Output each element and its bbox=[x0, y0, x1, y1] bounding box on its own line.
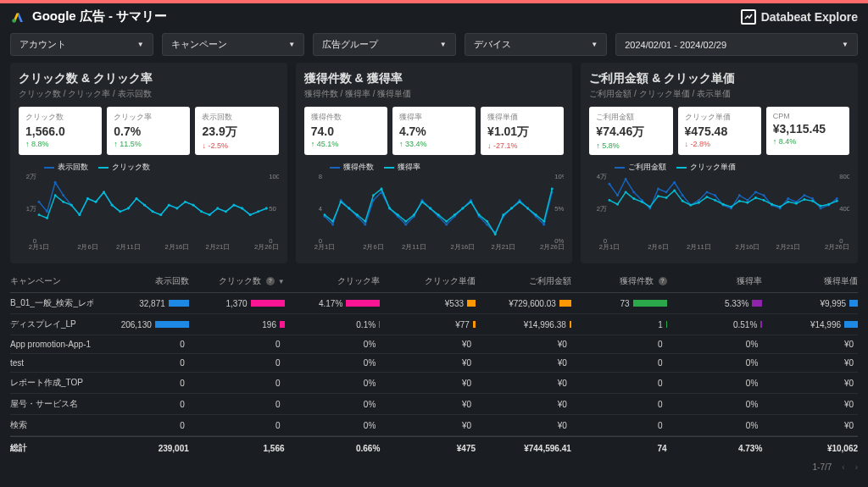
brand-icon bbox=[741, 9, 756, 25]
table-row[interactable]: App promotion-App-1000%¥0¥000%¥0 bbox=[10, 335, 858, 354]
svg-point-128 bbox=[453, 213, 456, 216]
svg-text:8: 8 bbox=[318, 173, 321, 180]
table-cell: 0 bbox=[93, 358, 189, 368]
svg-point-131 bbox=[477, 213, 480, 216]
card-change: ↓ -2.5% bbox=[202, 141, 271, 150]
svg-text:2月11日: 2月11日 bbox=[402, 243, 426, 251]
table-cell: 0% bbox=[285, 421, 381, 430]
prev-page-icon[interactable]: ‹ bbox=[842, 462, 844, 472]
table-footer-cell: 0.66% bbox=[285, 442, 381, 454]
table-cell: 0.1% bbox=[285, 320, 381, 329]
table-header-cell[interactable]: 表示回数 bbox=[93, 275, 189, 287]
table-header-cell[interactable]: クリック率 bbox=[285, 275, 381, 287]
svg-point-125 bbox=[429, 208, 431, 210]
card-label: 表示回数 bbox=[202, 112, 271, 123]
table-cell: ¥0 bbox=[476, 340, 571, 349]
filter-device[interactable]: デバイス▼ bbox=[465, 33, 608, 56]
table-cell: 検索 bbox=[10, 419, 93, 431]
table-cell: ¥14,996.38 bbox=[476, 320, 571, 329]
table-cell: 0 bbox=[189, 340, 285, 349]
svg-text:5%: 5% bbox=[554, 205, 564, 213]
svg-text:2月6日: 2月6日 bbox=[648, 243, 670, 251]
filter-campaign[interactable]: キャンペーン▼ bbox=[162, 33, 305, 56]
metric-card: 獲得単価 ¥1.01万 ↓ -27.1% bbox=[481, 107, 564, 155]
table-footer-cell: ¥475 bbox=[380, 442, 476, 454]
svg-point-204 bbox=[787, 201, 790, 203]
card-change: ↑ 33.4% bbox=[399, 140, 469, 148]
svg-point-202 bbox=[771, 203, 774, 206]
table-header-cell[interactable]: ご利用金額 bbox=[476, 275, 571, 287]
metric-card: クリック率 0.7% ↑ 11.5% bbox=[107, 107, 190, 155]
svg-point-169 bbox=[738, 194, 741, 196]
svg-point-62 bbox=[200, 210, 203, 213]
table-header-cell[interactable]: クリック数 ? ▼ bbox=[189, 275, 285, 287]
google-ads-icon bbox=[10, 9, 25, 25]
table-footer-cell: 239,001 bbox=[93, 442, 189, 454]
svg-text:2月21日: 2月21日 bbox=[491, 243, 515, 251]
table-cell: 0 bbox=[571, 358, 667, 368]
table-cell: 0% bbox=[667, 358, 763, 368]
svg-point-135 bbox=[510, 208, 513, 210]
svg-point-153 bbox=[609, 183, 611, 185]
svg-point-192 bbox=[690, 204, 693, 207]
filter-adgroup[interactable]: 広告グループ▼ bbox=[313, 33, 456, 56]
table-cell: 0 bbox=[189, 358, 285, 368]
table-cell: 0 bbox=[93, 421, 189, 430]
table-cell: 0% bbox=[285, 400, 381, 409]
table-header-cell[interactable]: 獲得単価 bbox=[762, 275, 858, 287]
svg-point-193 bbox=[698, 202, 700, 204]
filter-account[interactable]: アカウント▼ bbox=[10, 33, 153, 56]
header: Google 広告 - サマリー Databeat Explore bbox=[0, 3, 868, 30]
svg-point-116 bbox=[356, 213, 359, 216]
card-value: 23.9万 bbox=[202, 125, 271, 140]
cards: ご利用金額 ¥74.46万 ↑ 5.8% クリック単価 ¥475.48 ↓ -2… bbox=[589, 107, 849, 155]
table-footer-cell: 1,566 bbox=[189, 442, 285, 454]
table-row[interactable]: ディスプレイ_LP206,1301960.1%¥77¥14,996.3810.5… bbox=[10, 314, 858, 335]
metric-card: 表示回数 23.9万 ↓ -2.5% bbox=[195, 107, 278, 155]
svg-text:2月26日: 2月26日 bbox=[825, 243, 849, 251]
next-page-icon[interactable]: › bbox=[855, 462, 858, 472]
filter-daterange[interactable]: 2024/02/01 - 2024/02/29▼ bbox=[615, 33, 858, 56]
svg-point-189 bbox=[665, 196, 668, 199]
table-cell: 0 bbox=[571, 340, 667, 349]
table-header-cell[interactable]: 獲得件数 ? bbox=[571, 275, 667, 287]
table-header-cell[interactable]: クリック単価 bbox=[380, 275, 476, 287]
svg-point-134 bbox=[502, 213, 504, 216]
table-header: キャンペーン表示回数クリック数 ? ▼クリック率クリック単価ご利用金額獲得件数 … bbox=[10, 270, 858, 293]
svg-point-49 bbox=[95, 201, 97, 203]
table-cell: ¥0 bbox=[762, 340, 858, 349]
svg-text:2月1日: 2月1日 bbox=[599, 243, 620, 251]
panel: ご利用金額 & クリック単価 ご利用金額 / クリック単価 / 表示単価 ご利用… bbox=[581, 63, 858, 263]
svg-point-70 bbox=[265, 208, 268, 210]
table-cell: 0.51% bbox=[667, 320, 763, 329]
panel-title: 獲得件数 & 獲得率 bbox=[304, 71, 565, 86]
table-footer-cell: 4.73% bbox=[667, 442, 763, 454]
table-row[interactable]: test000%¥0¥000%¥0 bbox=[10, 354, 858, 373]
svg-point-52 bbox=[119, 210, 121, 213]
svg-point-175 bbox=[787, 197, 790, 200]
svg-point-200 bbox=[754, 196, 757, 199]
table-row[interactable]: 屋号・サービス名000%¥0¥000%¥0 bbox=[10, 394, 858, 415]
table-header-cell[interactable]: キャンペーン bbox=[10, 275, 93, 287]
table-footer-cell: 総計 bbox=[10, 442, 93, 454]
table-row[interactable]: レポート作成_TOP000%¥0¥000%¥0 bbox=[10, 373, 858, 394]
svg-point-43 bbox=[46, 217, 48, 219]
svg-point-44 bbox=[54, 194, 57, 196]
svg-point-188 bbox=[657, 195, 659, 197]
svg-point-121 bbox=[396, 213, 398, 216]
table-row[interactable]: 検索000%¥0¥000%¥0 bbox=[10, 415, 858, 436]
card-label: CPM bbox=[773, 112, 843, 120]
svg-point-209 bbox=[828, 203, 831, 206]
svg-point-191 bbox=[682, 200, 684, 202]
svg-point-54 bbox=[136, 197, 138, 200]
svg-point-179 bbox=[820, 208, 822, 210]
svg-point-201 bbox=[763, 199, 765, 202]
table-row[interactable]: B_01_一般_検索_レポ...32,8711,3704.17%¥533¥729… bbox=[10, 293, 858, 314]
svg-point-66 bbox=[233, 204, 236, 207]
svg-text:2月6日: 2月6日 bbox=[363, 243, 384, 251]
svg-point-50 bbox=[103, 191, 105, 193]
svg-text:2月21日: 2月21日 bbox=[776, 243, 801, 251]
table-header-cell[interactable]: 獲得率 bbox=[667, 275, 763, 287]
chart-svg: 01万2万0501002月1日2月6日2月11日2月16日2月21日2月26日 bbox=[19, 162, 279, 255]
svg-point-136 bbox=[518, 201, 520, 203]
